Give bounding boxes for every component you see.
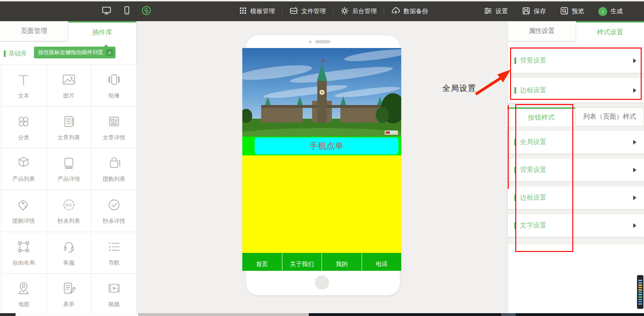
tab-style-settings[interactable]: 样式设置 <box>576 21 644 42</box>
widget-customer-service[interactable]: 客服 <box>47 232 92 274</box>
menu-settings[interactable]: 设置 <box>477 7 515 16</box>
menu-label: 保存 <box>534 7 546 16</box>
taskbar-segment-white <box>16 313 138 316</box>
taskbar-segment-gray <box>138 313 309 316</box>
widget-category[interactable]: 分类 <box>1 107 47 149</box>
link-icon[interactable] <box>141 6 151 17</box>
widget-navigation[interactable]: 导航 <box>91 232 137 274</box>
edge-toolbar-widget[interactable] <box>637 275 644 309</box>
widget-article-detail[interactable]: 文章详情 <box>91 107 137 149</box>
phone-nav-about[interactable]: 关于我们 <box>282 253 322 271</box>
order-button[interactable]: 手机点单 <box>255 138 398 154</box>
grid-dots-icon <box>239 7 247 16</box>
menu-template-management[interactable]: 模板管理 <box>232 7 282 16</box>
phone-nav-home[interactable]: 首页 <box>242 253 282 271</box>
widget-seckill-detail[interactable]: 秒杀详情 <box>91 190 137 232</box>
right-panel-tabbar: 属性设置 样式设置 <box>508 21 644 42</box>
tab-plugin-library[interactable]: 插件库 <box>68 21 136 42</box>
widget-grid: 文本 图片 轮播 分类 文章列表 文章详情 产品列表 产品详情 团购列表 团购详… <box>1 65 137 316</box>
widget-groupbuy-detail[interactable]: 团购详情 <box>1 190 47 232</box>
menu-preview[interactable]: 预览 <box>553 7 591 16</box>
generate-icon: ♪ <box>598 7 607 16</box>
chevron-right-icon <box>633 195 636 200</box>
menu-label: 后台管理 <box>352 7 377 16</box>
cloud-upload-icon <box>391 7 400 16</box>
menu-save[interactable]: 保存 <box>515 7 553 16</box>
phone-camera-dot <box>309 41 312 43</box>
sliders-icon <box>484 7 492 16</box>
widget-image[interactable]: 图片 <box>47 65 92 107</box>
yellow-block-widget[interactable] <box>242 155 401 253</box>
widget-product-list[interactable]: 产品列表 <box>1 148 47 190</box>
tooltip-close-icon[interactable]: × <box>106 49 113 56</box>
phone-nav-mine[interactable]: 我的 <box>322 253 362 271</box>
tab-list-page-style[interactable]: 列表（页面）样式 <box>575 107 644 126</box>
topbar-center-menu: 模板管理 文件管理 后台管理 数据备份 <box>232 1 435 21</box>
menu-backend-management[interactable]: 后台管理 <box>333 7 384 16</box>
tooltip-text: 按住鼠标左键拖动插件到页 <box>38 49 103 56</box>
annotation-arrow <box>436 65 516 99</box>
menu-file-management[interactable]: 文件管理 <box>282 7 333 16</box>
annotation-rect-button-style <box>515 104 573 252</box>
desktop-icon[interactable] <box>101 6 112 17</box>
menu-label: 设置 <box>495 7 508 16</box>
phone-bottom-nav: 首页 关于我们 我的 电话 <box>242 253 401 271</box>
widget-article-list[interactable]: 文章列表 <box>47 107 92 149</box>
widget-free-layout[interactable]: 自由布局 <box>1 232 47 274</box>
file-tray-icon <box>289 7 298 16</box>
green-marker <box>4 50 6 57</box>
menu-label: 生成 <box>611 7 623 16</box>
widget-text[interactable]: 文本 <box>1 65 47 107</box>
menu-label: 文件管理 <box>301 7 326 16</box>
left-panel-tabbar: 页面管理 插件库 <box>0 21 136 42</box>
floppy-icon <box>522 7 530 16</box>
menu-label: 预览 <box>572 7 584 16</box>
tab-attribute-settings[interactable]: 属性设置 <box>508 21 576 41</box>
tab-page-management[interactable]: 页面管理 <box>0 21 68 41</box>
hero-image[interactable] <box>242 48 401 137</box>
widget-video[interactable]: 视频 <box>91 274 137 316</box>
chevron-right-icon <box>633 140 636 145</box>
topbar-right-menu: 设置 保存 预览 ♪ 生成 <box>477 1 630 21</box>
library-section-label: 基础库 <box>4 49 27 58</box>
chevron-right-icon <box>633 168 636 172</box>
device-preview-switcher <box>101 1 151 21</box>
widget-map[interactable]: 地图 <box>1 274 47 316</box>
widget-groupbuy-list[interactable]: 团购列表 <box>91 148 137 190</box>
chevron-right-icon <box>633 223 636 228</box>
menu-data-backup[interactable]: 数据备份 <box>384 7 435 16</box>
annotation-rect-global <box>510 48 642 100</box>
menu-generate[interactable]: ♪ 生成 <box>591 7 630 16</box>
widget-carousel[interactable]: 轮播 <box>91 65 137 107</box>
annotation-stray-line <box>508 105 509 189</box>
menu-label: 数据备份 <box>404 7 428 16</box>
phone-nav-phone[interactable]: 电话 <box>362 253 402 271</box>
menu-label: 模板管理 <box>250 7 275 16</box>
taskbar-segment-light <box>501 313 516 316</box>
mobile-icon[interactable] <box>122 6 131 17</box>
taskbar-segment-dark <box>0 313 16 316</box>
gear-icon <box>340 7 349 16</box>
widget-product-detail[interactable]: 产品详情 <box>47 148 92 190</box>
phone-speaker-bar <box>315 40 330 43</box>
drag-hint-tooltip: 按住鼠标左键拖动插件到页 × <box>34 47 116 58</box>
phone-home-button <box>315 275 329 290</box>
preview-icon <box>560 7 569 16</box>
widget-form[interactable]: 表单 <box>47 274 92 316</box>
svg-text:秒杀: 秒杀 <box>66 203 73 207</box>
widget-seckill-list[interactable]: 秒杀 秒杀列表 <box>47 190 92 232</box>
